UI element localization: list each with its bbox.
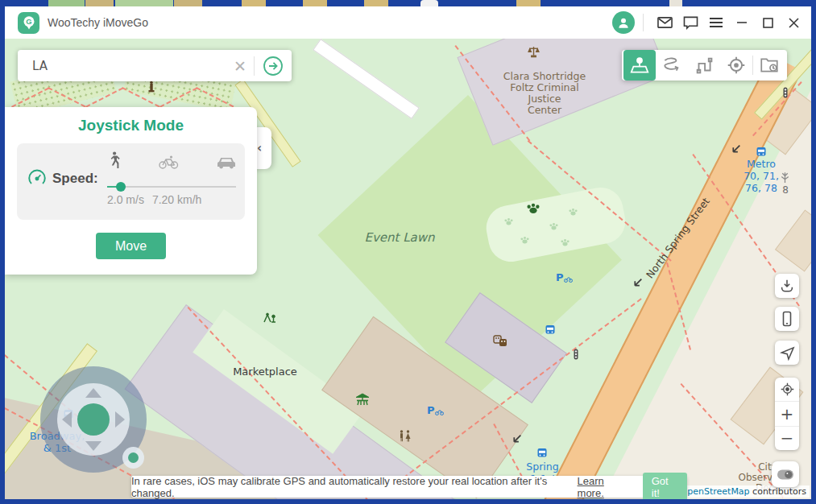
joystick-mode-button[interactable]: [623, 50, 656, 81]
map-canvas[interactable]: P P: [5, 39, 811, 499]
speed-slider[interactable]: [107, 182, 236, 192]
paw-icon: [527, 202, 540, 214]
map-path-white: [313, 39, 420, 119]
background-fragment: [364, 0, 388, 6]
search-input[interactable]: LA: [18, 59, 226, 73]
two-spot-mode-button[interactable]: [688, 50, 720, 81]
multi-spot-mode-button[interactable]: [656, 50, 688, 81]
svg-text:G: G: [26, 17, 31, 26]
traffic-light-icon: [574, 349, 578, 360]
attribution-suffix: contributors: [750, 486, 806, 497]
mail-icon[interactable]: [652, 11, 677, 34]
justice-center-label: Justice: [488, 93, 601, 105]
joystick-down-arrow[interactable]: [85, 441, 101, 451]
speed-label: Speed:: [52, 171, 98, 187]
paw-icon: [561, 238, 570, 246]
device-button[interactable]: [775, 307, 799, 331]
locate-button[interactable]: [775, 378, 799, 401]
app-title: WooTechy iMoveGo: [48, 16, 148, 29]
maximize-button[interactable]: [755, 11, 781, 34]
got-it-button[interactable]: Got it!: [643, 473, 687, 500]
joystick-mode-panel: Joystick Mode Speed:: [5, 107, 257, 275]
speed-kmh-value: 7.20 km/h: [152, 193, 201, 206]
bike-parking-icon: P: [427, 405, 444, 415]
metro-stop-label: Metro: [736, 158, 786, 170]
export-gpx-button[interactable]: [775, 274, 799, 298]
slider-track[interactable]: [107, 186, 236, 188]
gps-notification-bar: In rare cases, iOS may calibrate GPS and…: [131, 476, 687, 498]
background-fragment: [669, 0, 682, 6]
account-avatar[interactable]: [612, 11, 635, 34]
background-fragment: [242, 0, 266, 6]
metro-stop-label: 70, 71,: [736, 170, 786, 182]
justice-center-label: Foltz Criminal: [488, 82, 601, 93]
walk-speed-icon[interactable]: [107, 151, 120, 172]
map-zoom-group: + −: [775, 378, 799, 450]
minimize-button[interactable]: [729, 11, 755, 34]
paw-icon: [520, 236, 529, 244]
map-style-toggle[interactable]: [772, 461, 799, 487]
speed-ms-value: 2.0 m/s: [107, 193, 144, 206]
app-logo-icon: G: [18, 12, 39, 34]
speed-box: Speed: 2.0 m/s 7.20 km/h: [17, 143, 245, 220]
bike-speed-icon[interactable]: [159, 155, 179, 172]
navigate-button[interactable]: [775, 341, 799, 365]
joystick-control[interactable]: [40, 366, 147, 473]
joystick-up-arrow[interactable]: [85, 388, 101, 398]
background-fragment: [85, 0, 114, 6]
zoom-out-button[interactable]: −: [775, 426, 799, 450]
teleport-mode-button[interactable]: [720, 50, 752, 81]
background-fragment: [48, 0, 85, 6]
toilets-icon: [398, 430, 412, 442]
paw-icon: [569, 208, 578, 216]
joystick-center-knob[interactable]: [77, 403, 110, 436]
event-lawn-label: Event Lawn: [347, 230, 452, 245]
background-fragment: [115, 0, 173, 6]
learn-more-link[interactable]: Learn more.: [578, 475, 632, 499]
oneway-arrow-icon: [511, 433, 523, 445]
panel-title: Joystick Mode: [5, 117, 257, 134]
search-go-button[interactable]: [255, 56, 292, 76]
slider-thumb[interactable]: [116, 182, 126, 192]
justice-center-label: Center: [488, 105, 601, 116]
joystick-left-arrow[interactable]: [62, 411, 72, 428]
monument-icon: [147, 81, 156, 94]
bike-parking-icon: P: [556, 272, 573, 283]
speedometer-icon: [27, 167, 48, 192]
notification-text: In rare cases, iOS may calibrate GPS and…: [131, 475, 574, 499]
marketplace-label: Marketplace: [213, 366, 317, 378]
app-window: G WooTechy iMoveGo: [5, 6, 811, 499]
history-button[interactable]: [753, 50, 785, 81]
justice-center-label: Clara Shortridge: [488, 71, 601, 82]
bus-stop-icon: [756, 147, 767, 157]
background-fragment: [303, 0, 327, 6]
osm-link[interactable]: OpenStreetMap: [681, 486, 750, 497]
background-fragment: [420, 0, 438, 6]
background-fragment: [516, 0, 541, 6]
joystick-right-arrow[interactable]: [115, 411, 125, 428]
mode-toolbar: [622, 50, 787, 81]
titlebar: G WooTechy iMoveGo: [5, 6, 811, 39]
paw-icon: [549, 222, 558, 230]
theater-icon: [493, 335, 508, 347]
menu-icon[interactable]: [703, 11, 729, 34]
justice-scales-icon: [527, 45, 541, 59]
zoom-in-button[interactable]: +: [775, 401, 799, 425]
feedback-chat-icon[interactable]: [677, 11, 703, 34]
traffic-light-icon: [783, 87, 788, 98]
spring-stop-label: Spring: [512, 461, 573, 473]
search-bar[interactable]: LA ✕: [18, 50, 292, 81]
paw-icon: [504, 217, 513, 225]
playground-icon: [263, 312, 277, 324]
move-button[interactable]: Move: [96, 233, 166, 259]
joystick-direction-knob[interactable]: [122, 447, 144, 469]
close-button[interactable]: [781, 11, 806, 34]
screen: G WooTechy iMoveGo: [0, 0, 816, 504]
metro-stop-label: 76, 78: [736, 182, 786, 194]
bus-stop-icon: [536, 448, 548, 458]
car-speed-icon[interactable]: [217, 155, 236, 172]
oneway-arrow-icon: [730, 143, 742, 155]
joystick-knob-dot: [128, 452, 139, 463]
clear-search-icon[interactable]: ✕: [226, 57, 254, 75]
picnic-icon: [354, 393, 371, 406]
